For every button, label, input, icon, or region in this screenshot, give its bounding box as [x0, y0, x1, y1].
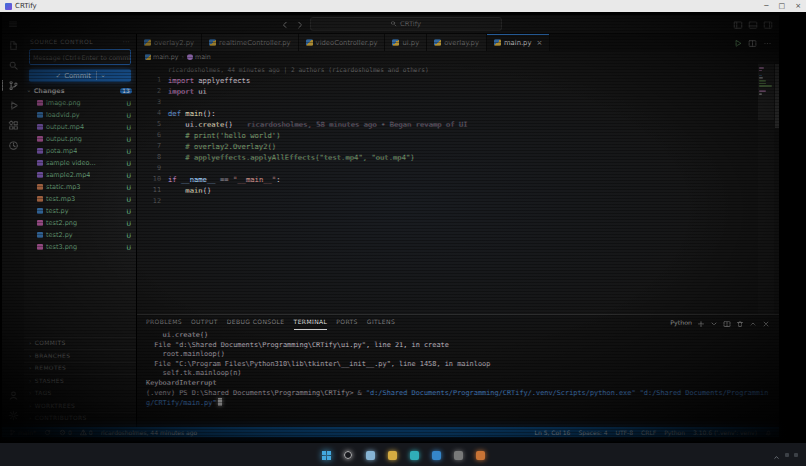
- status-language[interactable]: Python: [664, 429, 685, 436]
- more-actions-icon[interactable]: ···: [123, 38, 130, 45]
- code-area: ricardosholmes, 44 minutes ago | 2 autho…: [137, 62, 779, 314]
- tray-network-icon[interactable]: [785, 453, 789, 457]
- minimize-button[interactable]: ─: [764, 0, 768, 12]
- taskbar-terminal-icon[interactable]: [451, 448, 466, 463]
- activity-settings[interactable]: [2, 410, 25, 421]
- tray-volume-icon[interactable]: [794, 453, 798, 457]
- back-button[interactable]: [280, 15, 290, 34]
- layout-panel-button[interactable]: [748, 15, 758, 34]
- panel-tab-output[interactable]: OUTPUT: [191, 315, 218, 330]
- taskbar-file-explorer-icon[interactable]: [385, 448, 400, 463]
- gitlens-section-worktrees[interactable]: ›WORKTREES: [24, 399, 136, 412]
- taskbar-task-view-icon[interactable]: [363, 448, 378, 463]
- breadcrumb-item[interactable]: main.py: [145, 53, 178, 60]
- scm-file-test2.py[interactable]: test2.pyU: [24, 229, 136, 241]
- scm-file-loadvid.py[interactable]: loadvid.pyU: [24, 109, 136, 121]
- scm-file-image.png[interactable]: image.pngU: [24, 97, 136, 109]
- tab-ui.py[interactable]: ui.py: [385, 34, 427, 51]
- status-branch[interactable]: main*: [9, 429, 36, 436]
- run-button[interactable]: [733, 33, 742, 52]
- commit-message-input[interactable]: Message (Ctrl+Enter to commit on 'main'): [29, 49, 131, 65]
- tab-videoController.py[interactable]: videoController.py: [299, 34, 386, 51]
- scm-file-pota.mp4[interactable]: pota.mp4U: [24, 145, 136, 157]
- scm-file-test3.png[interactable]: test3.pngU: [24, 241, 136, 253]
- gitlens-section-tags[interactable]: ›TAGS: [24, 387, 136, 400]
- gitlens-section-contributors[interactable]: ›CONTRIBUTORS: [24, 412, 136, 425]
- status-encoding[interactable]: UTF-8: [616, 429, 634, 436]
- scm-file-output.mp4[interactable]: output.mp4U: [24, 121, 136, 133]
- activity-gitlens[interactable]: [2, 140, 25, 151]
- scm-file-test.py[interactable]: test.pyU: [24, 205, 136, 217]
- status-sync[interactable]: [44, 429, 51, 436]
- tab-label: realtimeController.py: [219, 39, 291, 47]
- changes-section-header[interactable]: › Changes 13: [24, 84, 136, 97]
- terminal-profile-select[interactable]: Python: [670, 319, 692, 326]
- activity-bar: [2, 34, 24, 427]
- terminal-output[interactable]: ui.create() File "d:\Shared Documents\Pr…: [137, 329, 779, 427]
- scm-file-static.mp3[interactable]: static.mp3U: [24, 181, 136, 193]
- breadcrumb-item[interactable]: main: [187, 53, 211, 60]
- tray-chevron-up-icon[interactable]: [773, 446, 780, 465]
- tab-overlay.py[interactable]: overlay.py: [427, 34, 487, 51]
- scm-file-output.png[interactable]: output.pngU: [24, 133, 136, 145]
- scm-file-sample2.mp4[interactable]: sample2.mp4U: [24, 169, 136, 181]
- close-icon[interactable]: ×: [536, 39, 542, 47]
- status-eol[interactable]: CRLF: [641, 429, 656, 436]
- scrollbar-thumb[interactable]: [775, 64, 779, 128]
- gitlens-section-remotes[interactable]: ›REMOTES: [24, 362, 136, 375]
- code-editor[interactable]: ricardosholmes, 44 minutes ago | 2 autho…: [137, 62, 779, 314]
- scm-file-test2.png[interactable]: test2.pngU: [24, 217, 136, 229]
- panel-tab-terminal[interactable]: TERMINAL: [294, 315, 328, 330]
- maximize-button[interactable]: □: [779, 0, 786, 12]
- source-control-icon: [8, 80, 19, 91]
- commit-button[interactable]: ✓ Commit ›: [29, 69, 131, 82]
- taskbar-media-app-icon[interactable]: [473, 448, 488, 463]
- activity-source-control[interactable]: [2, 80, 25, 91]
- gitlens-section-commits[interactable]: ›COMMITS: [24, 337, 136, 350]
- close-icon: [762, 320, 770, 328]
- gitlens-section-branches[interactable]: ›BRANCHES: [24, 349, 136, 362]
- status-indentation[interactable]: Spaces: 4: [578, 429, 607, 436]
- gitlens-section-stashes[interactable]: ›STASHES: [24, 374, 136, 387]
- activity-explorer[interactable]: [2, 40, 25, 51]
- file-type-icon: [37, 232, 43, 238]
- activity-run-debug[interactable]: [2, 100, 25, 111]
- panel-tab-debug-console[interactable]: DEBUG CONSOLE: [227, 315, 285, 330]
- panel-tab-problems[interactable]: PROBLEMS: [146, 315, 182, 330]
- status-cursor-position[interactable]: Ln 5, Col 16: [535, 429, 571, 436]
- activity-account[interactable]: [2, 390, 25, 401]
- tab-main.py[interactable]: main.py×: [487, 34, 550, 51]
- more-icon: [763, 39, 772, 48]
- chevron-down-icon[interactable]: ›: [99, 74, 107, 77]
- command-center[interactable]: CRTify: [310, 17, 502, 31]
- taskbar-search-icon[interactable]: [341, 448, 356, 463]
- forward-button[interactable]: [295, 15, 305, 34]
- taskbar-browser-icon[interactable]: [407, 448, 422, 463]
- activity-extensions[interactable]: [2, 120, 25, 131]
- tab-realtimeController.py[interactable]: realtimeController.py: [202, 34, 299, 51]
- line-number: 9: [137, 163, 168, 174]
- status-problems-warnings[interactable]: 0: [80, 429, 93, 436]
- menu-icon[interactable]: [8, 19, 18, 29]
- tab-label: overlay.py: [444, 39, 479, 47]
- activity-search[interactable]: [2, 60, 25, 71]
- status-problems-errors[interactable]: 0: [59, 429, 72, 436]
- close-button[interactable]: ×: [795, 0, 801, 12]
- taskbar-start-icon[interactable]: [319, 448, 334, 463]
- layout-right-button[interactable]: [763, 15, 773, 34]
- status-notifications[interactable]: [765, 429, 772, 436]
- scm-file-sample video.mp4[interactable]: sample video.mp4U: [24, 157, 136, 169]
- minimap[interactable]: [758, 62, 774, 314]
- python-file-icon: [209, 39, 216, 46]
- editor-scrollbar[interactable]: [775, 62, 779, 314]
- panel-tab-gitlens[interactable]: GITLENS: [367, 315, 395, 330]
- split-button[interactable]: [748, 33, 757, 52]
- taskbar-vscode-icon[interactable]: [429, 448, 444, 463]
- status-interpreter[interactable]: 3.10.6 ('.venv': venv): [693, 429, 757, 436]
- tab-overlay2.py[interactable]: overlay2.py: [137, 34, 202, 51]
- scm-file-test.mp3[interactable]: test.mp3U: [24, 193, 136, 205]
- panel-tab-ports[interactable]: PORTS: [336, 315, 358, 330]
- layout-sidebar-button[interactable]: [733, 15, 743, 34]
- more-button[interactable]: [763, 33, 772, 52]
- status-gitlens-blame[interactable]: ricardosholmes, 44 minutes ago: [101, 429, 198, 436]
